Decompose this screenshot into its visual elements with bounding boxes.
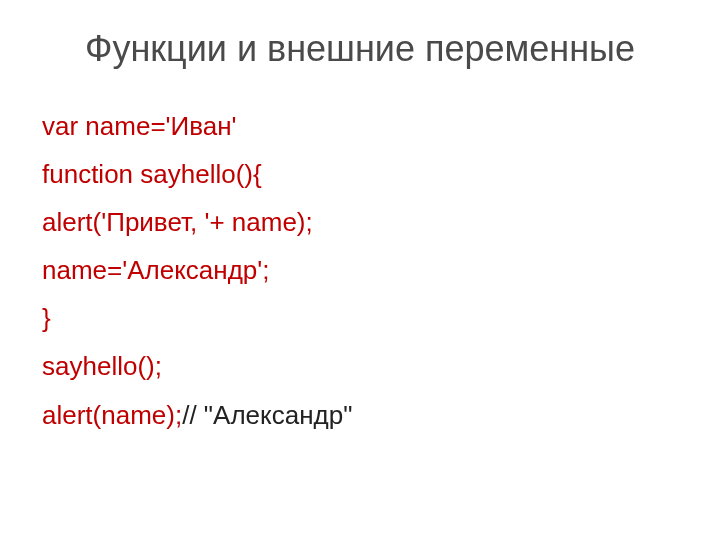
- code-line: alert(name);// "Александр": [42, 391, 682, 439]
- code-text: name='Александр';: [42, 255, 269, 285]
- code-line: var name='Иван': [42, 102, 682, 150]
- code-text: alert(name);: [42, 400, 182, 430]
- slide-title: Функции и внешние переменные: [38, 28, 682, 70]
- code-line: name='Александр';: [42, 246, 682, 294]
- code-block: var name='Иван' function sayhello(){ ale…: [38, 102, 682, 439]
- code-line: alert('Привет, '+ name);: [42, 198, 682, 246]
- code-text: }: [42, 303, 51, 333]
- code-text: function sayhello(){: [42, 159, 262, 189]
- code-comment: // "Александр": [182, 400, 352, 430]
- code-line: }: [42, 294, 682, 342]
- code-text: var name='Иван': [42, 111, 237, 141]
- code-text: alert('Привет, '+ name);: [42, 207, 313, 237]
- code-line: sayhello();: [42, 342, 682, 390]
- code-line: function sayhello(){: [42, 150, 682, 198]
- code-text: sayhello();: [42, 351, 162, 381]
